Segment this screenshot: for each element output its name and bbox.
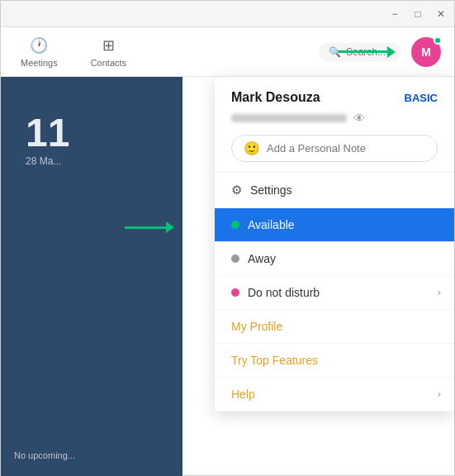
available-label: Available bbox=[248, 218, 295, 231]
dnd-chevron-icon: › bbox=[438, 287, 441, 298]
menu-item-available[interactable]: Available bbox=[215, 208, 454, 242]
calendar-date: 28 Ma... bbox=[26, 155, 61, 167]
personal-note-input[interactable] bbox=[267, 142, 425, 155]
no-upcoming-label: No upcoming... bbox=[14, 450, 75, 460]
green-arrow-top bbox=[338, 46, 396, 58]
profile-email-blur bbox=[231, 114, 347, 122]
meetings-icon: 🕐 bbox=[30, 36, 48, 55]
menu-item-top-features[interactable]: Try Top Features bbox=[215, 344, 454, 378]
title-bar-controls: − □ ✕ bbox=[388, 7, 448, 21]
profile-badge: BASIC bbox=[405, 92, 438, 104]
side-arrow-line bbox=[125, 226, 166, 229]
menu-item-away[interactable]: Away bbox=[215, 242, 454, 276]
contacts-label: Contacts bbox=[91, 58, 126, 68]
side-arrow-head bbox=[166, 221, 174, 233]
menu-item-settings[interactable]: ⚙ Settings bbox=[215, 173, 454, 208]
gear-icon: ⚙ bbox=[231, 183, 242, 198]
nav-right: 🔍 M bbox=[319, 37, 441, 67]
menu-item-help[interactable]: Help › bbox=[215, 378, 454, 412]
background-panel: 11 28 Ma... No upcoming... bbox=[1, 77, 182, 476]
arrow-line bbox=[338, 50, 387, 53]
close-button[interactable]: ✕ bbox=[434, 7, 448, 21]
status-dot-red bbox=[231, 288, 239, 297]
tab-contacts[interactable]: ⊞ Contacts bbox=[84, 33, 133, 71]
title-bar: − □ ✕ bbox=[1, 1, 454, 27]
status-dot-green bbox=[231, 221, 239, 229]
avatar-status-badge bbox=[434, 36, 442, 45]
profile-name: Mark Desouza bbox=[231, 90, 320, 105]
maximize-button[interactable]: □ bbox=[411, 7, 424, 21]
profile-header: Mark Desouza BASIC bbox=[231, 90, 438, 105]
dnd-label: Do not disturb bbox=[248, 286, 320, 299]
away-label: Away bbox=[248, 252, 276, 265]
profile-email-row: 👁 bbox=[231, 112, 438, 125]
avatar[interactable]: M bbox=[411, 37, 441, 67]
nav-bar: 🕐 Meetings ⊞ Contacts 🔍 M bbox=[1, 27, 454, 77]
menu-item-dnd[interactable]: Do not disturb › bbox=[215, 276, 454, 310]
meetings-label: Meetings bbox=[21, 58, 58, 68]
calendar-number: 11 bbox=[26, 110, 69, 155]
dropdown-menu: Mark Desouza BASIC 👁 🙂 ⚙ Settings bbox=[215, 77, 454, 412]
my-profile-label: My Profile bbox=[231, 320, 282, 333]
tab-meetings[interactable]: 🕐 Meetings bbox=[14, 33, 64, 71]
eye-icon[interactable]: 👁 bbox=[353, 112, 365, 125]
emoji-icon: 🙂 bbox=[244, 140, 260, 156]
profile-section: Mark Desouza BASIC 👁 🙂 bbox=[215, 77, 454, 173]
menu-item-my-profile[interactable]: My Profile bbox=[215, 310, 454, 344]
minimize-button[interactable]: − bbox=[388, 7, 401, 21]
arrow-head bbox=[387, 46, 396, 58]
app-window: − □ ✕ 🕐 Meetings ⊞ Contacts 🔍 bbox=[0, 0, 455, 476]
settings-label: Settings bbox=[250, 183, 292, 197]
main-content: 11 28 Ma... No upcoming... Mark Desouza … bbox=[1, 77, 454, 476]
personal-note-row[interactable]: 🙂 bbox=[231, 135, 438, 162]
top-features-label: Try Top Features bbox=[231, 354, 318, 367]
avatar-initials: M bbox=[421, 45, 431, 59]
nav-tabs: 🕐 Meetings ⊞ Contacts bbox=[14, 33, 319, 71]
help-chevron-icon: › bbox=[438, 388, 441, 400]
green-arrow-side bbox=[125, 221, 174, 233]
help-label: Help bbox=[231, 388, 255, 401]
contacts-icon: ⊞ bbox=[102, 36, 115, 55]
status-dot-gray bbox=[231, 255, 239, 263]
